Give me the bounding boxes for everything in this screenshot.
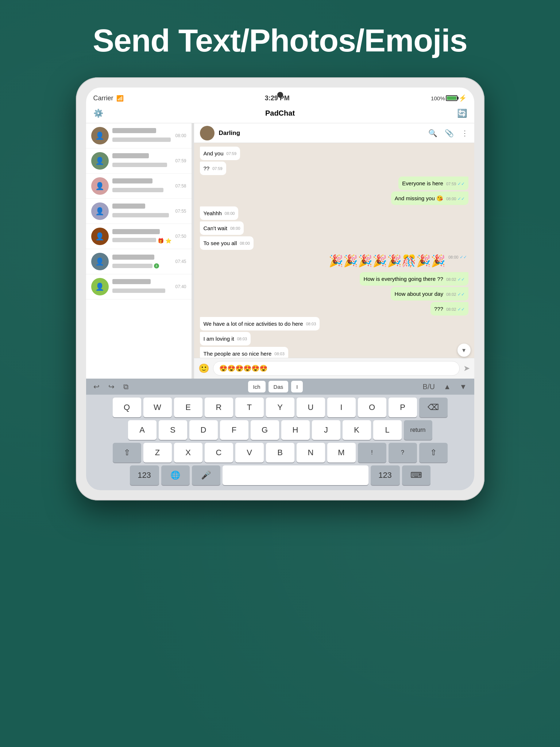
suggestion-i[interactable]: I xyxy=(291,381,303,392)
exclamation-key[interactable]: ! xyxy=(358,443,386,462)
bold-underline-button[interactable]: B/U xyxy=(420,381,438,392)
key-i[interactable]: I xyxy=(327,398,356,417)
key-z[interactable]: Z xyxy=(143,443,172,462)
key-p[interactable]: P xyxy=(389,398,417,417)
message-input-field[interactable]: 😍😍😍😍😍😍 xyxy=(213,361,460,376)
list-item[interactable]: 👤 08:00 xyxy=(86,123,192,148)
avatar: 👤 xyxy=(91,152,109,170)
tablet-screen: Carrier 📶 3:29 PM 100% ⚡ ⚙️ PadChat 🔄 xyxy=(86,88,474,490)
search-icon[interactable]: 🔍 xyxy=(428,129,437,138)
attachment-icon[interactable]: 📎 xyxy=(445,129,454,138)
globe-key[interactable]: 🌐 xyxy=(161,465,190,485)
key-m[interactable]: M xyxy=(327,443,356,462)
key-x[interactable]: X xyxy=(174,443,202,462)
app-header: ⚙️ PadChat 🔄 xyxy=(86,104,474,123)
message-time: 07:59 xyxy=(227,151,237,156)
more-options-icon[interactable]: ⋮ xyxy=(461,129,468,138)
key-s[interactable]: S xyxy=(159,420,187,440)
return-key[interactable]: return xyxy=(404,420,432,440)
suggestion-das[interactable]: Das xyxy=(269,381,289,392)
arrow-down-icon[interactable]: ▼ xyxy=(457,381,470,392)
key-r[interactable]: R xyxy=(205,398,233,417)
key-a[interactable]: A xyxy=(128,420,157,440)
chat-header: Darling 🔍 📎 ⋮ xyxy=(194,123,474,143)
arrow-up-icon[interactable]: ▲ xyxy=(441,381,454,392)
scroll-to-bottom-button[interactable]: ▾ xyxy=(457,344,471,357)
key-g[interactable]: G xyxy=(251,420,279,440)
refresh-icon[interactable]: 🔄 xyxy=(457,109,467,118)
question-key[interactable]: ? xyxy=(389,443,417,462)
settings-icon[interactable]: ⚙️ xyxy=(93,109,103,118)
message-time: 08:02 ✓✓ xyxy=(446,276,465,283)
shift-key-right[interactable]: ⇧ xyxy=(419,443,448,462)
suggestion-ich[interactable]: Ich xyxy=(248,381,266,392)
keyboard-hide-key[interactable]: ⌨ xyxy=(402,465,430,485)
key-n[interactable]: N xyxy=(297,443,325,462)
chat-name xyxy=(112,153,149,158)
message-bubble: I am loving it 08:03 xyxy=(200,332,251,345)
key-y[interactable]: Y xyxy=(266,398,294,417)
list-item[interactable]: 👤 3 07:45 xyxy=(86,249,192,274)
message-text: Yeahhh xyxy=(204,210,222,216)
chat-info xyxy=(112,204,172,219)
battery-fill xyxy=(447,96,456,100)
send-button[interactable]: ➤ xyxy=(463,364,470,373)
app-content: 👤 08:00 👤 07:59 👤 xyxy=(86,123,474,379)
chat-name xyxy=(112,204,145,209)
message-bubble: Yeahhh 08:00 xyxy=(200,206,239,220)
chevron-down-icon: ▾ xyxy=(462,346,466,354)
message-bubble: Everyone is here 07:59 ✓✓ xyxy=(398,177,468,190)
list-item[interactable]: 👤 07:55 xyxy=(86,199,192,224)
shift-key[interactable]: ⇧ xyxy=(113,443,141,462)
backspace-key[interactable]: ⌫ xyxy=(419,398,448,417)
key-k[interactable]: K xyxy=(343,420,371,440)
key-f[interactable]: F xyxy=(220,420,248,440)
message-time: 08:03 xyxy=(274,351,285,357)
contact-name: Darling xyxy=(219,129,424,137)
message-bubble: How is everything going there ?? 08:02 ✓… xyxy=(360,272,468,286)
list-item[interactable]: 👤 07:40 xyxy=(86,274,192,299)
redo-icon[interactable]: ↪ xyxy=(105,381,117,392)
contact-avatar xyxy=(200,126,215,140)
message-bubble: 🎉🎉🎉🎉🎉🎊🎉🎉 08:00 ✓✓ xyxy=(327,251,468,271)
list-item[interactable]: 👤 07:59 xyxy=(86,148,192,174)
tablet-device: Carrier 📶 3:29 PM 100% ⚡ ⚙️ PadChat 🔄 xyxy=(76,77,484,500)
list-item[interactable]: 👤 🎁⭐ 07:50 xyxy=(86,224,192,249)
chat-preview xyxy=(112,289,165,293)
undo-icon[interactable]: ↩ xyxy=(90,381,103,392)
key-e[interactable]: E xyxy=(174,398,202,417)
key-v[interactable]: V xyxy=(235,443,264,462)
message-text: How is everything going there ?? xyxy=(363,276,443,282)
chat-time: 07:40 xyxy=(175,284,186,289)
message-time: 08:03 xyxy=(237,336,247,342)
key-w[interactable]: W xyxy=(143,398,172,417)
chat-preview xyxy=(112,138,171,142)
key-q[interactable]: Q xyxy=(113,398,141,417)
numbers-key-right[interactable]: 123 xyxy=(371,465,400,485)
numbers-key-left[interactable]: 123 xyxy=(130,465,159,485)
space-key[interactable] xyxy=(223,465,368,485)
emoji-button[interactable]: 🙂 xyxy=(198,363,209,374)
key-t[interactable]: T xyxy=(235,398,264,417)
message-bubble: How about your day 08:02 ✓✓ xyxy=(391,287,468,301)
key-u[interactable]: U xyxy=(297,398,325,417)
key-j[interactable]: J xyxy=(312,420,340,440)
key-h[interactable]: H xyxy=(281,420,310,440)
key-b[interactable]: B xyxy=(266,443,294,462)
microphone-key[interactable]: 🎤 xyxy=(192,465,220,485)
key-d[interactable]: D xyxy=(189,420,218,440)
message-ticks: ✓✓ xyxy=(457,277,465,282)
chat-info xyxy=(112,153,172,169)
key-l[interactable]: L xyxy=(373,420,402,440)
message-text: And you xyxy=(204,150,224,156)
copy-icon[interactable]: ⧉ xyxy=(120,381,131,392)
key-c[interactable]: C xyxy=(205,443,233,462)
list-item[interactable]: 👤 07:58 xyxy=(86,174,192,199)
key-o[interactable]: O xyxy=(358,398,386,417)
chat-preview xyxy=(112,213,169,217)
message-time: 08:00 ✓✓ xyxy=(448,254,467,260)
avatar: 👤 xyxy=(91,228,109,245)
message-text: To see you all xyxy=(204,240,237,246)
carrier-label: Carrier xyxy=(93,94,113,102)
message-bubble: We have a lot of nice activities to do h… xyxy=(200,317,320,330)
